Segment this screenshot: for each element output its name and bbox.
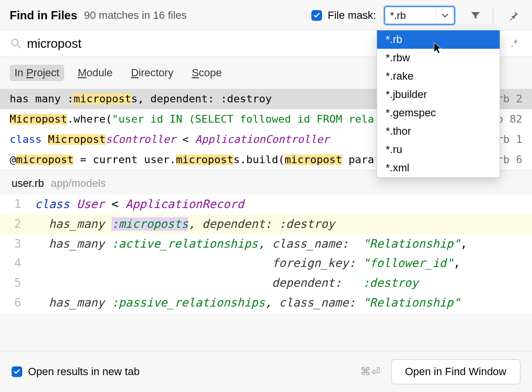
dialog-footer: Open results in new tab ⌘⏎ Open in Find …: [0, 351, 532, 392]
code-preview[interactable]: 1class User < ApplicationRecord 2 has_ma…: [0, 195, 532, 313]
line-number: 6: [0, 293, 35, 313]
divider: [493, 8, 493, 23]
newtab-checkbox[interactable]: [12, 366, 22, 377]
chevron-down-icon: [442, 13, 448, 18]
scope-in-project[interactable]: In Project: [10, 65, 64, 81]
open-in-find-window-button[interactable]: Open in Find Window: [391, 359, 520, 384]
svg-line-1: [17, 45, 21, 48]
shortcut-hint: ⌘⏎: [360, 365, 380, 378]
newtab-label: Open results in new tab: [28, 365, 360, 378]
dropdown-item[interactable]: *.jbuilder: [377, 85, 500, 104]
match-count-label: 90 matches in 16 files: [84, 9, 311, 22]
dropdown-item[interactable]: *.rake: [377, 67, 500, 85]
dropdown-item[interactable]: *.gemspec: [377, 104, 500, 122]
svg-point-0: [12, 39, 18, 45]
scope-module[interactable]: Module: [73, 65, 117, 81]
regex-toggle[interactable]: .*: [506, 35, 522, 52]
scope-scope[interactable]: Scope: [187, 65, 226, 81]
line-number: 2: [0, 214, 35, 234]
dropdown-item[interactable]: *.ru: [377, 140, 500, 159]
filemask-checkbox[interactable]: [311, 10, 322, 21]
check-icon: [313, 12, 321, 19]
filemask-dropdown-button[interactable]: [435, 7, 454, 24]
filemask-combobox[interactable]: [384, 6, 455, 25]
mouse-cursor-icon: [433, 42, 443, 55]
preview-path: app/models: [51, 177, 106, 190]
line-number: 3: [0, 234, 35, 254]
dropdown-item[interactable]: *.xml: [377, 159, 500, 177]
pin-icon[interactable]: [505, 7, 522, 24]
filter-icon[interactable]: [467, 7, 484, 24]
line-number: 5: [0, 273, 35, 293]
filemask-label: File mask:: [328, 9, 376, 22]
filemask-input[interactable]: [385, 7, 435, 24]
scope-directory[interactable]: Directory: [126, 65, 178, 81]
dropdown-item[interactable]: *.thor: [377, 122, 500, 140]
search-icon: [10, 37, 22, 50]
line-number: 1: [0, 195, 35, 214]
check-icon: [13, 368, 21, 376]
dialog-header: Find in Files 90 matches in 16 files Fil…: [0, 0, 532, 30]
line-number: 4: [0, 253, 35, 273]
dialog-title: Find in Files: [10, 9, 77, 22]
preview-filename: user.rb: [12, 177, 44, 190]
